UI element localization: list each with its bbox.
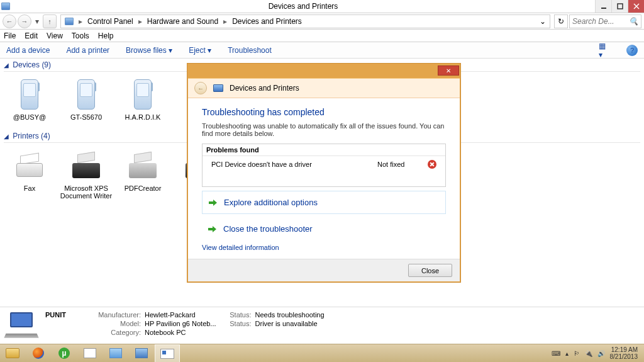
breadcrumb[interactable]: ▸ Control Panel ▸ Hardware and Sound ▸ D… bbox=[60, 14, 550, 28]
eject-button[interactable]: Eject ▾ bbox=[189, 46, 211, 55]
search-placeholder: Search De... bbox=[572, 17, 614, 26]
chevron-right-icon[interactable]: ▸ bbox=[137, 17, 143, 26]
value-category: Notebook PC bbox=[145, 329, 216, 336]
value-status: Needs troubleshooting bbox=[255, 311, 325, 319]
forward-button[interactable]: → bbox=[18, 14, 31, 28]
clock[interactable]: 12:19 AM 8/21/2013 bbox=[610, 346, 641, 360]
chevron-right-icon[interactable]: ▸ bbox=[77, 17, 84, 26]
search-input[interactable]: Search De... 🔍 bbox=[569, 14, 641, 28]
value-status2: Driver is unavailable bbox=[255, 320, 325, 327]
dialog-footer: Close bbox=[188, 259, 460, 281]
phone-icon bbox=[21, 79, 38, 110]
dialog-header-title: Devices and Printers bbox=[230, 84, 299, 93]
system-menu-icon[interactable] bbox=[0, 0, 11, 13]
problem-status: Not fixed bbox=[377, 161, 428, 168]
device-item[interactable]: H.A.R.D.I.K bbox=[114, 76, 171, 121]
menu-help[interactable]: Help bbox=[98, 31, 114, 40]
menu-file[interactable]: File bbox=[4, 31, 16, 40]
printer-icon bbox=[126, 153, 159, 178]
label-model: Model: bbox=[84, 320, 141, 327]
device-item[interactable]: GT-S5670 bbox=[58, 76, 114, 121]
action-center-icon[interactable]: 🏳 bbox=[574, 350, 580, 357]
taskbar-app[interactable] bbox=[129, 344, 154, 362]
collapse-icon: ◢ bbox=[4, 62, 9, 69]
browse-files-button[interactable]: Browse files ▾ bbox=[126, 46, 172, 55]
window-title: Devices and Printers bbox=[11, 0, 595, 13]
printer-label: Microsoft XPS Document Writer bbox=[58, 184, 114, 200]
laptop-icon bbox=[5, 312, 38, 339]
problem-row[interactable]: PCI Device doesn't have a driver Not fix… bbox=[203, 156, 445, 186]
menu-bar: File Edit View Tools Help bbox=[0, 30, 644, 42]
search-icon: 🔍 bbox=[629, 17, 638, 26]
label-manufacturer: Manufacturer: bbox=[84, 311, 141, 319]
printer-item[interactable]: Microsoft XPS Document Writer bbox=[58, 147, 114, 200]
phone-icon bbox=[77, 79, 95, 110]
back-button[interactable]: ← bbox=[3, 14, 16, 28]
dialog-close-button[interactable]: ✕ bbox=[438, 65, 459, 76]
breadcrumb-leaf[interactable]: Devices and Printers bbox=[228, 15, 306, 28]
troubleshoot-button[interactable]: Troubleshoot bbox=[228, 46, 272, 55]
menu-edit[interactable]: Edit bbox=[25, 31, 38, 40]
close-button[interactable]: Close bbox=[408, 264, 452, 277]
device-label: GT-S5670 bbox=[58, 113, 114, 121]
dialog-description: Troubleshooting was unable to automatica… bbox=[202, 122, 446, 137]
keyboard-icon[interactable]: ⌨ bbox=[552, 350, 560, 357]
close-troubleshooter-button[interactable]: Close the troubleshooter bbox=[202, 218, 446, 240]
label-status: Status: bbox=[220, 311, 252, 319]
content-area: ◢ Devices (9) @BUSY@ GT-S5670 H.A.R.D.I.… bbox=[0, 59, 644, 307]
dialog-back-button[interactable]: ← bbox=[194, 82, 207, 94]
problem-name: PCI Device doesn't have a driver bbox=[211, 161, 377, 168]
up-button[interactable]: ↑ bbox=[43, 14, 57, 28]
taskbar-utorrent[interactable]: µ bbox=[52, 344, 77, 362]
chevron-right-icon[interactable]: ▸ bbox=[222, 17, 228, 26]
close-button[interactable] bbox=[628, 0, 644, 13]
breadcrumb-dropdown[interactable]: ⌄ bbox=[536, 15, 550, 28]
system-tray[interactable]: ⌨ ▴ 🏳 🔌 🔊 12:19 AM 8/21/2013 bbox=[548, 346, 645, 360]
tray-up-icon[interactable]: ▴ bbox=[565, 350, 569, 357]
arrow-right-icon bbox=[208, 225, 217, 234]
taskbar-app[interactable] bbox=[103, 344, 128, 362]
power-icon[interactable]: 🔌 bbox=[585, 350, 592, 357]
breadcrumb-mid[interactable]: Hardware and Sound bbox=[143, 15, 222, 28]
breadcrumb-icon bbox=[61, 15, 77, 28]
taskbar[interactable]: µ ⌨ ▴ 🏳 🔌 🔊 12:19 AM 8/21/2013 bbox=[0, 344, 644, 362]
minimize-button[interactable] bbox=[595, 0, 611, 13]
error-icon bbox=[428, 160, 436, 169]
printer-item[interactable]: PDFCreator bbox=[114, 147, 171, 200]
view-detailed-link[interactable]: View detailed information bbox=[202, 240, 446, 252]
refresh-button[interactable]: ↻ bbox=[554, 14, 568, 28]
taskbar-explorer[interactable] bbox=[0, 344, 25, 362]
address-bar: ← → ▾ ↑ ▸ Control Panel ▸ Hardware and S… bbox=[0, 13, 644, 30]
fax-icon bbox=[11, 154, 48, 177]
dialog-heading: Troubleshooting has completed bbox=[202, 107, 446, 117]
taskbar-firefox[interactable] bbox=[26, 344, 51, 362]
value-manufacturer: Hewlett-Packard bbox=[145, 311, 216, 319]
menu-view[interactable]: View bbox=[47, 31, 63, 40]
printer-icon bbox=[70, 153, 103, 178]
volume-icon[interactable]: 🔊 bbox=[597, 350, 605, 357]
dialog-titlebar[interactable]: ✕ bbox=[188, 64, 460, 78]
details-pane: PUNIT Manufacturer: Hewlett-Packard Stat… bbox=[0, 307, 644, 344]
device-label: @BUSY@ bbox=[1, 113, 58, 121]
devices-icon bbox=[213, 84, 223, 92]
recent-dropdown[interactable]: ▾ bbox=[33, 17, 42, 26]
maximize-button[interactable] bbox=[611, 0, 628, 13]
taskbar-app[interactable] bbox=[77, 344, 103, 362]
device-item[interactable]: @BUSY@ bbox=[1, 76, 58, 121]
taskbar-current-window[interactable] bbox=[155, 344, 180, 362]
breadcrumb-root[interactable]: Control Panel bbox=[84, 15, 137, 28]
printer-item[interactable]: Fax bbox=[1, 147, 58, 200]
help-icon[interactable]: ? bbox=[626, 45, 638, 56]
add-device-button[interactable]: Add a device bbox=[6, 46, 50, 55]
printer-label: Fax bbox=[1, 184, 58, 192]
view-options-button[interactable]: ▦ ▾ bbox=[599, 45, 610, 56]
troubleshooter-dialog: ✕ ← Devices and Printers Troubleshooting… bbox=[187, 63, 461, 272]
problems-box: Problems found PCI Device doesn't have a… bbox=[202, 144, 446, 187]
explore-options-button[interactable]: Explore additional options bbox=[202, 191, 446, 214]
menu-tools[interactable]: Tools bbox=[72, 31, 89, 40]
dialog-header: ← Devices and Printers bbox=[188, 78, 460, 98]
command-bar: Add a device Add a printer Browse files … bbox=[0, 42, 644, 59]
add-printer-button[interactable]: Add a printer bbox=[66, 46, 109, 55]
label-status2: Status: bbox=[220, 320, 252, 327]
phone-icon bbox=[134, 79, 152, 110]
